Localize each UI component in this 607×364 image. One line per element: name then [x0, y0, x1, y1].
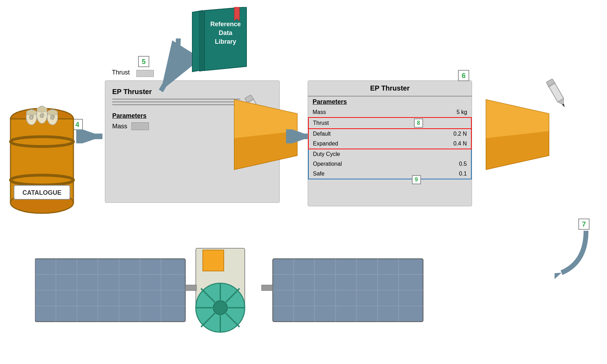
panel-right: EP Thruster Parameters Mass 5 kg Thrust … — [308, 80, 472, 206]
params-section-header: Parameters — [308, 97, 471, 107]
panel-line-2 — [112, 101, 240, 102]
main-area: 4 CATALOGUE @ @ @ — [0, 0, 607, 364]
panel-right-title: EP Thruster — [308, 81, 472, 97]
svg-text:CATALOGUE: CATALOGUE — [22, 189, 61, 196]
safe-value-cell: 0.1 9 — [411, 169, 471, 179]
safe-value: 0.1 — [459, 171, 467, 177]
default-value: 0.2 N — [411, 129, 471, 139]
barrel-group: CATALOGUE @ @ @ — [7, 101, 77, 231]
svg-rect-80 — [185, 285, 197, 291]
svg-text:Library: Library — [215, 38, 236, 45]
data-table: Parameters Mass 5 kg Thrust 8 Default 0.… — [308, 97, 472, 179]
mass-row-label: Mass — [308, 107, 411, 117]
book-group: Reference Data Library — [189, 7, 252, 78]
svg-text:Data: Data — [219, 29, 233, 36]
expanded-value: 0.4 N — [411, 139, 471, 149]
svg-marker-44 — [234, 7, 240, 21]
step-6-badge: 6 — [458, 70, 469, 81]
operational-label: Operational — [308, 159, 411, 169]
step-5-badge: 5 — [138, 56, 149, 67]
svg-text:@: @ — [50, 114, 55, 120]
arrow-1 — [76, 129, 108, 143]
book-svg: Reference Data Library — [189, 7, 252, 77]
panel-lines — [112, 99, 240, 105]
safe-label: Safe — [308, 169, 411, 179]
step-8-in-table: 8 — [411, 117, 471, 129]
satellite-svg — [35, 238, 455, 336]
svg-rect-81 — [262, 285, 273, 291]
svg-point-10 — [37, 107, 47, 112]
step-9-badge: 9 — [412, 175, 421, 184]
expanded-label: Expanded — [308, 139, 411, 149]
satellite-group — [35, 238, 455, 336]
barrel-svg: CATALOGUE @ @ @ — [7, 101, 77, 220]
pen-right-group — [539, 75, 574, 112]
duty-cycle-label: Duty Cycle — [308, 149, 471, 159]
pen-right-icon — [539, 75, 574, 110]
step-8-badge-inline: 8 — [414, 119, 423, 128]
svg-text:Reference: Reference — [210, 21, 241, 28]
svg-marker-39 — [199, 10, 205, 71]
mass-label: Mass — [112, 123, 127, 130]
mass-row-value: 5 kg — [411, 107, 471, 117]
default-label: Default — [308, 129, 411, 139]
step-5-label: 5 — [142, 58, 145, 66]
thrust-top-label: Thrust — [112, 69, 130, 76]
step-6-label: 6 — [462, 72, 465, 80]
operational-value: 0.5 — [411, 159, 471, 169]
step-8-label: 8 — [417, 120, 420, 126]
svg-text:@: @ — [29, 114, 34, 120]
svg-text:@: @ — [40, 113, 44, 118]
thrust-label: Thrust — [308, 117, 411, 129]
curved-arrow-step7 — [555, 213, 597, 283]
svg-rect-62 — [203, 250, 224, 271]
panel-line-1 — [112, 99, 240, 100]
mass-input-box[interactable] — [131, 122, 149, 130]
panel-line-3 — [112, 104, 240, 105]
step-9-label: 9 — [415, 177, 418, 183]
